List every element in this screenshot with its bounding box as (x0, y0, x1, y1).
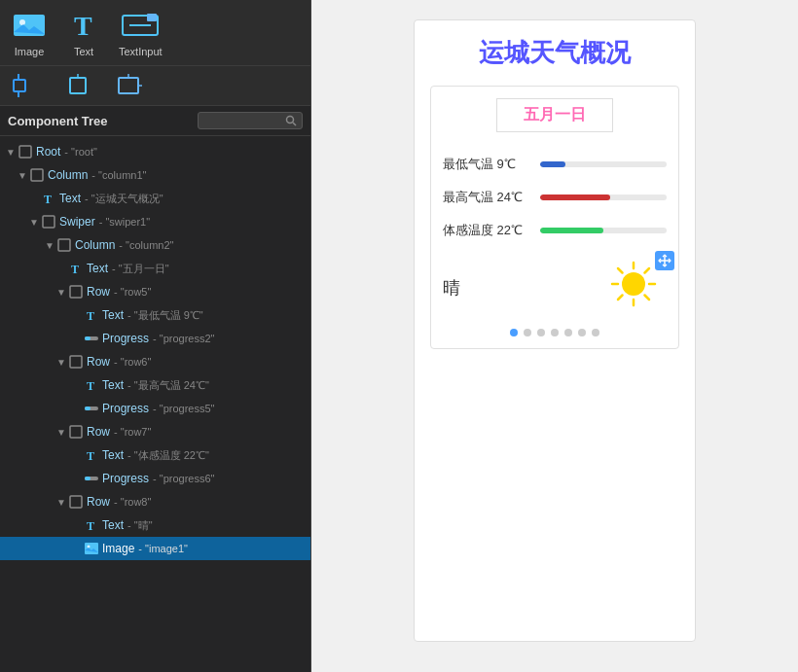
image1-icon (84, 541, 99, 556)
svg-rect-9 (70, 78, 86, 93)
svg-text:T: T (87, 519, 94, 532)
progress-low-bg (540, 161, 667, 167)
preview-title: 运城天气概况 (479, 36, 631, 70)
tree-node-root[interactable]: ▼ Root - "root" (0, 140, 310, 163)
sun-icon (608, 259, 659, 309)
tree-node-row6[interactable]: ▼ Row - "row6" (0, 350, 310, 373)
tree-node-text-high[interactable]: T Text - "最高气温 24℃" (0, 373, 310, 397)
svg-rect-19 (43, 216, 54, 228)
weather-row-feel: 体感温度 22℃ (443, 222, 667, 239)
phone-preview: 运城天气概况 五月一日 最低气温 9℃ 最高气温 24℃ (414, 19, 696, 642)
svg-line-15 (293, 123, 296, 125)
dot-6[interactable] (578, 329, 586, 336)
search-input[interactable] (203, 115, 281, 126)
column1-icon (29, 167, 45, 183)
progress-high-bg (540, 195, 667, 200)
tree-node-image1[interactable]: Image - "image1" (0, 537, 310, 560)
weather-condition: 晴 (443, 276, 460, 300)
tree-node-row8[interactable]: ▼ Row - "row8" (0, 490, 310, 513)
tree-node-text-low[interactable]: T Text - "最低气温 9℃" (0, 303, 310, 327)
toolbar-image[interactable]: Image (10, 8, 49, 57)
arrow-root: ▼ (4, 147, 18, 158)
toolbar-textinput[interactable]: TextInput (119, 8, 163, 57)
text-high-icon: T (84, 377, 99, 393)
dot-4[interactable] (551, 329, 559, 336)
toolbar-row2 (0, 66, 310, 106)
toolbar-text-label: Text (74, 46, 93, 57)
text-date-icon: T (68, 261, 84, 276)
tree-search-box[interactable] (198, 112, 303, 129)
toolbar-textinput-label: TextInput (119, 46, 163, 57)
progress-feel-fill (540, 228, 603, 233)
svg-text:T: T (74, 11, 92, 41)
progress-feel-bg (540, 228, 667, 233)
tree-node-column1[interactable]: ▼ Column - "column1" (0, 163, 310, 187)
dot-3[interactable] (537, 329, 545, 336)
svg-line-48 (618, 296, 623, 301)
progress6-icon (84, 471, 99, 486)
dot-7[interactable] (592, 329, 599, 336)
tree-node-progress6[interactable]: Progress - "progress6" (0, 467, 310, 490)
tree-content: ▼ Root - "root" ▼ Column - "column1" T T… (0, 136, 310, 672)
tree-node-progress5[interactable]: Progress - "progress5" (0, 397, 310, 420)
root-icon (18, 144, 33, 159)
svg-line-47 (645, 268, 650, 273)
tree-node-row7[interactable]: ▼ Row - "row7" (0, 420, 310, 443)
svg-rect-30 (70, 426, 82, 438)
svg-text:T: T (87, 309, 94, 322)
tree-node-text-feel[interactable]: T Text - "体感温度 22℃" (0, 443, 310, 467)
tree-node-row5[interactable]: ▼ Row - "row5" (0, 280, 310, 303)
row6-icon (68, 354, 84, 370)
text-feel-icon: T (84, 447, 99, 463)
dot-2[interactable] (524, 329, 531, 336)
small-icon-1[interactable] (10, 72, 45, 99)
right-panel: 运城天气概况 五月一日 最低气温 9℃ 最高气温 24℃ (311, 0, 798, 672)
toolbar-image-label: Image (15, 46, 45, 57)
svg-text:T: T (87, 379, 94, 392)
row8-icon (68, 494, 84, 510)
tree-node-text-title[interactable]: T Text - "运城天气概况" (0, 187, 310, 210)
small-icon-3[interactable] (111, 72, 146, 99)
tree-node-swiper[interactable]: ▼ Swiper - "swiper1" (0, 210, 310, 233)
svg-point-40 (622, 272, 645, 296)
weather-row-high: 最高气温 24℃ (443, 189, 667, 206)
row5-icon (68, 284, 84, 300)
tree-node-column2[interactable]: ▼ Column - "column2" (0, 233, 310, 257)
weather-label-feel: 体感温度 22℃ (443, 222, 540, 239)
svg-rect-20 (58, 239, 70, 251)
tree-node-text-date[interactable]: T Text - "五月一日" (0, 257, 310, 280)
svg-rect-6 (14, 80, 25, 91)
weather-label-low: 最低气温 9℃ (443, 156, 540, 173)
tree-header: Component Tree (0, 106, 310, 136)
weather-row-low: 最低气温 9℃ (443, 156, 667, 173)
text-sunny-icon: T (84, 517, 99, 533)
small-icon-2[interactable] (60, 72, 95, 99)
text-icon: T (64, 8, 103, 42)
svg-rect-17 (31, 169, 43, 181)
dot-1[interactable] (510, 329, 518, 336)
svg-rect-25 (85, 336, 91, 340)
tree-node-progress2[interactable]: Progress - "progress2" (0, 327, 310, 350)
svg-rect-11 (119, 78, 138, 93)
svg-rect-36 (85, 543, 98, 554)
svg-rect-26 (70, 356, 82, 368)
text-low-icon: T (84, 307, 99, 323)
svg-text:T: T (44, 193, 52, 205)
dot-5[interactable] (564, 329, 572, 336)
move-icon[interactable] (655, 251, 674, 270)
preview-card: 五月一日 最低气温 9℃ 最高气温 24℃ 体感温度 22℃ (430, 86, 679, 349)
svg-rect-33 (85, 477, 91, 480)
move-arrows-icon (658, 254, 671, 267)
left-panel: Image T Text TextInput (0, 0, 311, 672)
svg-point-14 (287, 117, 294, 124)
progress-high-fill (540, 195, 610, 200)
svg-text:T: T (71, 263, 79, 275)
swiper-icon (41, 214, 56, 230)
progress5-icon (84, 401, 99, 416)
tree-node-text-sunny[interactable]: T Text - "晴" (0, 513, 310, 537)
svg-line-45 (618, 268, 623, 273)
text-node-icon: T (41, 191, 56, 206)
toolbar-text[interactable]: T Text (64, 8, 103, 57)
svg-rect-16 (19, 146, 31, 158)
tree-title: Component Tree (8, 114, 198, 128)
